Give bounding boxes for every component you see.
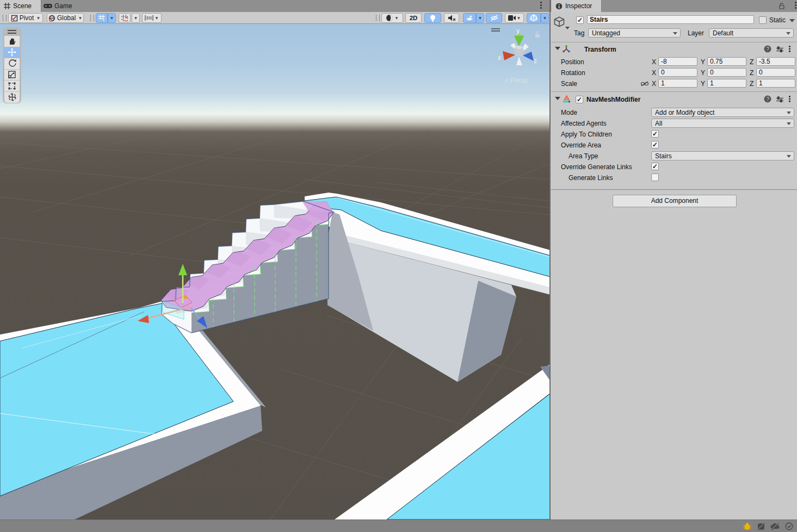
svg-text:Y: Y — [102, 18, 105, 21]
svg-text:?: ? — [766, 46, 769, 52]
svg-text:y: y — [516, 27, 520, 35]
svg-text:z: z — [534, 57, 537, 65]
svg-text:?: ? — [766, 96, 769, 102]
svg-text:< Persp: < Persp — [505, 77, 528, 84]
svg-text:x: x — [498, 54, 501, 61]
